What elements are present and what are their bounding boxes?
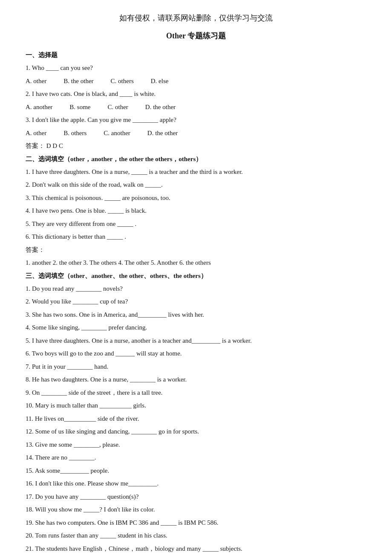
s3-question-1: 1. Do you read any ________ novels? <box>26 283 366 295</box>
s3-question-20: 20. Tom runs faster than any _____ stude… <box>26 530 366 541</box>
s3-question-16: 16. I don't like this one. Please show m… <box>26 478 366 489</box>
question-2: 2. I have two cats. One is black, and __… <box>26 89 366 100</box>
s3-question-9: 9. On ________ side of the street，there … <box>26 387 366 399</box>
answer-section1: 答案： D D C <box>26 141 366 152</box>
s2-question-4: 4. I have two pens. One is blue. _____ i… <box>26 205 366 217</box>
s3-question-11: 11. He lives on__________ side of the ri… <box>26 413 366 425</box>
s2-question-1: 1. I have three daughters. One is a nurs… <box>26 167 366 178</box>
s3-question-5: 5. I have three daughters. One is a nurs… <box>26 335 366 347</box>
s3-question-15: 15. Ask some_________ people. <box>26 465 366 477</box>
question-2-options: A. another B. some C. other D. the other <box>26 102 366 113</box>
main-title: Other 专题练习题 <box>26 31 366 41</box>
s3-question-12: 12. Some of us like singing and dancing,… <box>26 426 366 437</box>
s2-question-5: 5. They are very different from one ____… <box>26 219 366 230</box>
s3-question-6: 6. Two boys will go to the zoo and _____… <box>26 348 366 359</box>
s3-question-2: 2. Would you like ________ cup of tea? <box>26 296 366 307</box>
question-1-options: A. other B. the other C. others D. else <box>26 76 366 87</box>
question-1: 1. Who ____ can you see? <box>26 63 366 74</box>
s3-question-13: 13. Give me some ________, please. <box>26 439 366 451</box>
section3-title: 三、选词填空（other、another、the other、others、th… <box>26 272 366 280</box>
s3-question-14: 14. There are no ________. <box>26 452 366 463</box>
s3-question-18: 18. Will you show me _____? I don't like… <box>26 504 366 515</box>
s3-question-17: 17. Do you have any ________ question(s)… <box>26 491 366 503</box>
s2-question-6: 6. This dictionary is better than _____ … <box>26 231 366 243</box>
s3-question-4: 4. Some like singing, ________ prefer da… <box>26 322 366 333</box>
s3-question-10: 10. Mary is much taller than __________ … <box>26 400 366 411</box>
s3-question-8: 8. He has two daughters. One is a nurse,… <box>26 374 366 385</box>
answer2-label: 答案： <box>26 245 366 256</box>
s2-question-3: 3. This chemical is poisonous. _____ are… <box>26 193 366 204</box>
section1-title: 一、选择题 <box>26 51 366 59</box>
s3-question-7: 7. Put it in your ________ hand. <box>26 361 366 373</box>
question-3-options: A. other B. others C. another D. the oth… <box>26 128 366 139</box>
s3-question-21: 21. The students have English，Chinese，ma… <box>26 543 366 555</box>
s3-question-19: 19. She has two computers. One is IBM PC… <box>26 517 366 529</box>
watermark: 如有侵权，请联系网站删除，仅供学习与交流 <box>26 13 366 23</box>
question-3: 3. I don't like the apple. Can you give … <box>26 115 366 126</box>
section2-title: 二、选词填空（other，another，the other the other… <box>26 155 366 163</box>
s2-question-2: 2. Don't walk on this side of the road, … <box>26 179 366 191</box>
answer2: 1. another 2. the other 3. The others 4.… <box>26 257 366 269</box>
s3-question-3: 3. She has two sons. One is in America, … <box>26 309 366 321</box>
